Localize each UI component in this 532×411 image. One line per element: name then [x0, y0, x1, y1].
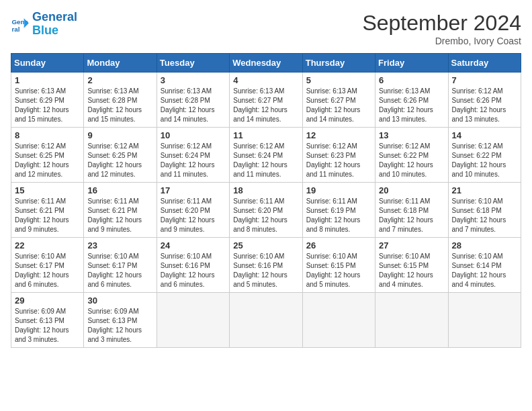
- calendar-week-2: 8Sunrise: 6:12 AMSunset: 6:25 PMDaylight…: [11, 128, 521, 183]
- logo-line2: Blue: [32, 24, 58, 37]
- calendar-cell: 30Sunrise: 6:09 AMSunset: 6:13 PMDayligh…: [84, 293, 157, 348]
- day-number: 9: [87, 130, 152, 140]
- day-number: 24: [161, 240, 226, 250]
- calendar-header-row: SundayMondayTuesdayWednesdayThursdayFrid…: [11, 54, 521, 73]
- calendar-cell: 7Sunrise: 6:12 AMSunset: 6:26 PMDaylight…: [448, 73, 521, 128]
- day-detail: Sunrise: 6:12 AMSunset: 6:22 PMDaylight:…: [379, 142, 444, 179]
- calendar-cell: 9Sunrise: 6:12 AMSunset: 6:25 PMDaylight…: [84, 128, 157, 183]
- day-detail: Sunrise: 6:12 AMSunset: 6:25 PMDaylight:…: [15, 142, 80, 179]
- day-number: 29: [15, 295, 80, 306]
- calendar-week-3: 15Sunrise: 6:11 AMSunset: 6:21 PMDayligh…: [11, 183, 521, 238]
- title-block: September 2024 Drembo, Ivory Coast: [362, 11, 521, 46]
- calendar-cell: 12Sunrise: 6:12 AMSunset: 6:23 PMDayligh…: [302, 128, 375, 183]
- day-detail: Sunrise: 6:10 AMSunset: 6:16 PMDaylight:…: [233, 252, 298, 289]
- logo-text: General Blue: [32, 11, 77, 38]
- day-detail: Sunrise: 6:13 AMSunset: 6:27 PMDaylight:…: [233, 87, 298, 124]
- day-number: 1: [15, 75, 80, 85]
- calendar-cell: 21Sunrise: 6:10 AMSunset: 6:18 PMDayligh…: [448, 183, 521, 238]
- day-detail: Sunrise: 6:12 AMSunset: 6:22 PMDaylight:…: [452, 142, 517, 179]
- day-number: 11: [233, 130, 298, 140]
- day-detail: Sunrise: 6:11 AMSunset: 6:21 PMDaylight:…: [15, 197, 80, 234]
- day-detail: Sunrise: 6:12 AMSunset: 6:24 PMDaylight:…: [161, 142, 226, 179]
- calendar-cell: 2Sunrise: 6:13 AMSunset: 6:28 PMDaylight…: [84, 73, 157, 128]
- calendar-cell: 11Sunrise: 6:12 AMSunset: 6:24 PMDayligh…: [230, 128, 302, 183]
- day-header-friday: Friday: [375, 54, 448, 73]
- calendar-cell: 8Sunrise: 6:12 AMSunset: 6:25 PMDaylight…: [11, 128, 84, 183]
- day-number: 16: [87, 185, 152, 195]
- day-number: 8: [15, 130, 80, 140]
- calendar-cell: 5Sunrise: 6:13 AMSunset: 6:27 PMDaylight…: [302, 73, 375, 128]
- calendar-cell: 29Sunrise: 6:09 AMSunset: 6:13 PMDayligh…: [11, 293, 84, 348]
- day-number: 7: [452, 75, 517, 85]
- calendar-cell: 15Sunrise: 6:11 AMSunset: 6:21 PMDayligh…: [11, 183, 84, 238]
- day-detail: Sunrise: 6:11 AMSunset: 6:19 PMDaylight:…: [306, 197, 371, 234]
- day-detail: Sunrise: 6:11 AMSunset: 6:18 PMDaylight:…: [379, 197, 444, 234]
- calendar-week-4: 22Sunrise: 6:10 AMSunset: 6:17 PMDayligh…: [11, 238, 521, 293]
- day-detail: Sunrise: 6:13 AMSunset: 6:29 PMDaylight:…: [15, 87, 80, 124]
- day-number: 25: [233, 240, 298, 250]
- calendar-week-5: 29Sunrise: 6:09 AMSunset: 6:13 PMDayligh…: [11, 293, 521, 348]
- calendar-cell: 13Sunrise: 6:12 AMSunset: 6:22 PMDayligh…: [375, 128, 448, 183]
- calendar-cell: 3Sunrise: 6:13 AMSunset: 6:28 PMDaylight…: [157, 73, 229, 128]
- calendar-cell: 6Sunrise: 6:13 AMSunset: 6:26 PMDaylight…: [375, 73, 448, 128]
- day-number: 27: [379, 240, 444, 250]
- svg-text:ral: ral: [11, 25, 19, 32]
- day-number: 12: [306, 130, 371, 140]
- calendar-week-1: 1Sunrise: 6:13 AMSunset: 6:29 PMDaylight…: [11, 73, 521, 128]
- logo-icon: Gene ral: [11, 15, 30, 34]
- day-detail: Sunrise: 6:10 AMSunset: 6:17 PMDaylight:…: [15, 252, 80, 289]
- calendar-cell: 27Sunrise: 6:10 AMSunset: 6:15 PMDayligh…: [375, 238, 448, 293]
- calendar-cell: 18Sunrise: 6:11 AMSunset: 6:20 PMDayligh…: [230, 183, 302, 238]
- day-detail: Sunrise: 6:12 AMSunset: 6:26 PMDaylight:…: [452, 87, 517, 124]
- calendar-cell: 16Sunrise: 6:11 AMSunset: 6:21 PMDayligh…: [84, 183, 157, 238]
- calendar-cell: 20Sunrise: 6:11 AMSunset: 6:18 PMDayligh…: [375, 183, 448, 238]
- day-detail: Sunrise: 6:10 AMSunset: 6:17 PMDaylight:…: [87, 252, 152, 289]
- calendar-cell: 25Sunrise: 6:10 AMSunset: 6:16 PMDayligh…: [230, 238, 302, 293]
- day-number: 28: [452, 240, 517, 250]
- day-number: 14: [452, 130, 517, 140]
- logo-line1: General: [32, 10, 77, 24]
- day-detail: Sunrise: 6:10 AMSunset: 6:14 PMDaylight:…: [452, 252, 517, 289]
- day-detail: Sunrise: 6:09 AMSunset: 6:13 PMDaylight:…: [15, 307, 80, 345]
- calendar-cell: 14Sunrise: 6:12 AMSunset: 6:22 PMDayligh…: [448, 128, 521, 183]
- day-number: 19: [306, 185, 371, 195]
- calendar-cell: [230, 293, 302, 348]
- page-header: Gene ral General Blue September 2024 Dre…: [11, 11, 521, 46]
- day-number: 17: [161, 185, 226, 195]
- logo: Gene ral General Blue: [11, 11, 77, 38]
- day-detail: Sunrise: 6:10 AMSunset: 6:16 PMDaylight:…: [161, 252, 226, 289]
- day-detail: Sunrise: 6:12 AMSunset: 6:24 PMDaylight:…: [233, 142, 298, 179]
- calendar-cell: 1Sunrise: 6:13 AMSunset: 6:29 PMDaylight…: [11, 73, 84, 128]
- day-number: 2: [87, 75, 152, 85]
- day-detail: Sunrise: 6:11 AMSunset: 6:20 PMDaylight:…: [233, 197, 298, 234]
- day-number: 6: [379, 75, 444, 85]
- day-detail: Sunrise: 6:12 AMSunset: 6:23 PMDaylight:…: [306, 142, 371, 179]
- day-number: 20: [379, 185, 444, 195]
- calendar-cell: 23Sunrise: 6:10 AMSunset: 6:17 PMDayligh…: [84, 238, 157, 293]
- day-detail: Sunrise: 6:13 AMSunset: 6:28 PMDaylight:…: [161, 87, 226, 124]
- calendar-cell: 24Sunrise: 6:10 AMSunset: 6:16 PMDayligh…: [157, 238, 229, 293]
- day-detail: Sunrise: 6:10 AMSunset: 6:15 PMDaylight:…: [306, 252, 371, 289]
- calendar-cell: [375, 293, 448, 348]
- day-detail: Sunrise: 6:12 AMSunset: 6:25 PMDaylight:…: [87, 142, 152, 179]
- calendar-cell: 17Sunrise: 6:11 AMSunset: 6:20 PMDayligh…: [157, 183, 229, 238]
- day-detail: Sunrise: 6:13 AMSunset: 6:28 PMDaylight:…: [87, 87, 152, 124]
- day-number: 4: [233, 75, 298, 85]
- day-number: 30: [87, 295, 152, 306]
- day-number: 18: [233, 185, 298, 195]
- calendar-cell: 26Sunrise: 6:10 AMSunset: 6:15 PMDayligh…: [302, 238, 375, 293]
- day-detail: Sunrise: 6:11 AMSunset: 6:21 PMDaylight:…: [87, 197, 152, 234]
- day-detail: Sunrise: 6:10 AMSunset: 6:15 PMDaylight:…: [379, 252, 444, 289]
- day-header-saturday: Saturday: [448, 54, 521, 73]
- day-header-monday: Monday: [84, 54, 157, 73]
- day-detail: Sunrise: 6:13 AMSunset: 6:27 PMDaylight:…: [306, 87, 371, 124]
- month-title: September 2024: [362, 11, 521, 36]
- day-detail: Sunrise: 6:13 AMSunset: 6:26 PMDaylight:…: [379, 87, 444, 124]
- day-number: 5: [306, 75, 371, 85]
- day-number: 21: [452, 185, 517, 195]
- day-header-thursday: Thursday: [302, 54, 375, 73]
- calendar-cell: [448, 293, 521, 348]
- calendar-cell: 4Sunrise: 6:13 AMSunset: 6:27 PMDaylight…: [230, 73, 302, 128]
- calendar-cell: 22Sunrise: 6:10 AMSunset: 6:17 PMDayligh…: [11, 238, 84, 293]
- calendar-cell: 28Sunrise: 6:10 AMSunset: 6:14 PMDayligh…: [448, 238, 521, 293]
